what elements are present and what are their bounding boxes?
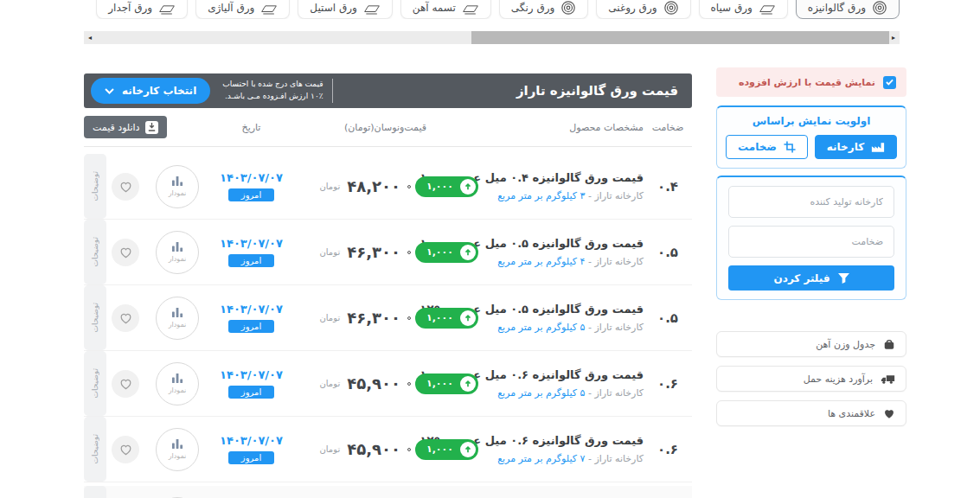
price-cell: ۱,۰۰۰ ۴۶,۳۰۰ تومان [292, 308, 478, 329]
iron-weight-table-link[interactable]: جدول وزن آهن [716, 331, 906, 357]
tab-label: ورق سیاه [711, 2, 753, 14]
arrow-up-circle-icon [460, 179, 476, 195]
display-priority-panel: اولویت نمایش براساس کارخانه ضخامت [716, 105, 906, 169]
tab-label: ورق گالوانیزه [808, 2, 866, 14]
shipping-cost-label: برآورد هزینه حمل [804, 374, 873, 385]
price-date: ۱۴۰۳/۰۷/۰۷ [220, 368, 283, 381]
product-subtitle: کارخانه تاراز - ۵ کیلوگرم بر متر مربع [484, 322, 644, 333]
vat-checkbox[interactable] [883, 76, 896, 89]
vat-toggle-box: نمایش قیمت با ارزش افزوده [716, 67, 906, 97]
coil-icon [560, 0, 576, 16]
thickness-value: ۰.۵ [644, 245, 692, 260]
product-title-link[interactable]: قیمت ورق گالوانیزه ۰.۶ میل عرض ۱۲۵۰ [484, 434, 644, 447]
tab-checkered-sheet[interactable]: ورق آجدار [96, 0, 188, 19]
chart-label: نمودار [169, 452, 187, 460]
subtitle-dash: - [588, 322, 592, 333]
favorite-button[interactable] [112, 370, 139, 398]
thickness-value: ۰.۶ [644, 376, 692, 392]
details-tab[interactable]: توضیحات [84, 486, 106, 498]
select-factory-label: انتخاب کارخانه [122, 85, 196, 97]
price-value: ۴۶,۳۰۰ [347, 243, 400, 261]
favorite-button[interactable] [112, 239, 139, 266]
details-tab[interactable]: توضیحات [84, 351, 106, 416]
product-title-link[interactable]: قیمت ورق گالوانیزه ۰.۴ میل عرض ۱۰۰۰ [484, 171, 644, 184]
currency-label: تومان [319, 313, 340, 322]
tab-oiled-sheet[interactable]: ورق روغنی [596, 0, 690, 19]
details-tab[interactable]: توضیحات [84, 154, 106, 219]
price-cell: ۱,۰۰۰ ۴۶,۳۰۰ تومان [292, 242, 478, 263]
table-row: ۰.۵ قیمت ورق گالوانیزه ۰.۵ میل عرض ۱۲۵۰ … [84, 285, 692, 351]
factory-icon [871, 142, 885, 153]
info-dot-icon [407, 316, 411, 320]
factory-name: کارخانه تاراز [594, 322, 644, 333]
factory-name: کارخانه تاراز [594, 453, 644, 464]
download-prices-button[interactable]: دانلود قیمت [84, 116, 167, 138]
price-change-badge: ۱,۰۰۰ [415, 374, 478, 394]
favorite-button[interactable] [112, 436, 139, 463]
priority-thickness-button[interactable]: ضخامت [726, 135, 808, 159]
subtitle-dash: - [588, 256, 592, 267]
select-factory-button[interactable]: انتخاب کارخانه [91, 78, 210, 104]
table-row: ۰.۶ قیمت ورق گالوانیزه ۰.۶ میل عرض ۱۰۰۰ … [84, 351, 692, 417]
factory-name: کارخانه تاراز [594, 190, 644, 201]
details-tab[interactable]: توضیحات [84, 220, 106, 284]
tab-colored-sheet[interactable]: ورق رنگی [499, 0, 588, 19]
date-cell: ۱۴۰۳/۰۷/۰۷ امروز [210, 368, 292, 399]
product-cell: قیمت ورق گالوانیزه ۰.۴ میل عرض ۱۰۰۰ کارخ… [478, 171, 644, 201]
tab-iron-strip[interactable]: تسمه آهن [400, 0, 491, 19]
heart-outline-icon [119, 246, 132, 259]
tabs-scrollbar[interactable]: ◂ ▸ [84, 31, 900, 44]
favorite-button[interactable] [112, 304, 139, 332]
info-dot-icon [407, 382, 411, 386]
scrollbar-thumb[interactable] [471, 31, 889, 44]
price-date: ۱۴۰۳/۰۷/۰۷ [220, 434, 283, 447]
chart-button[interactable]: نمودار [156, 165, 199, 208]
chart-button[interactable]: نمودار [156, 297, 199, 340]
info-dot-icon [407, 448, 411, 451]
sheet-icon [462, 3, 479, 16]
today-badge: امروز [228, 254, 274, 267]
factory-filter-input[interactable] [728, 186, 894, 218]
chart-button[interactable]: نمودار [156, 428, 199, 471]
favorites-link[interactable]: علاقمندی ها [716, 400, 906, 426]
product-title-link[interactable]: قیمت ورق گالوانیزه ۰.۶ میل عرض ۱۰۰۰ [484, 368, 644, 381]
details-tab[interactable]: توضیحات [84, 285, 106, 350]
table-header-bar: قیمت ورق گالوانیزه تاراز قیمت های درج شد… [84, 73, 692, 108]
tab-alloy-sheet[interactable]: ورق آلیاژی [195, 0, 290, 19]
tab-galvanized-sheet[interactable]: ورق گالوانیزه [796, 0, 900, 19]
subtitle-dash: - [588, 453, 592, 464]
sheet-icon [260, 3, 278, 16]
today-badge: امروز [228, 386, 274, 399]
chart-button[interactable]: نمودار [156, 362, 199, 405]
price-change-badge: ۱,۰۰۰ [415, 439, 478, 460]
favorite-button[interactable] [112, 173, 139, 201]
vat-checkbox-label: نمایش قیمت با ارزش افزوده [739, 77, 875, 88]
heart-outline-icon [119, 444, 132, 456]
price-cell: ۱,۰۰۰ ۴۵,۹۰۰ تومان [292, 439, 478, 460]
tab-steel-sheet[interactable]: ورق استیل [298, 0, 392, 19]
priority-factory-button[interactable]: کارخانه [815, 135, 897, 159]
weight-per-sqm: ۵ کیلوگرم بر متر مربع [497, 387, 585, 399]
product-category-tabs: ورق گالوانیزه ورق سیاه ورق روغنی ورق رنگ… [84, 0, 900, 19]
product-title-link[interactable]: قیمت ورق گالوانیزه ۰.۵ میل عرض ۱۲۵۰ [484, 303, 644, 316]
apply-filter-button[interactable]: فیلتر کردن [728, 265, 894, 290]
weight-per-sqm: ۳ کیلوگرم بر متر مربع [497, 190, 585, 201]
product-subtitle: کارخانه تاراز - ۳ کیلوگرم بر متر مربع [484, 190, 644, 201]
iron-weight-table-label: جدول وزن آهن [816, 339, 875, 350]
vat-note-line2: ۱۰٪ ارزش افـزوده مـی باشـد. [222, 91, 323, 103]
details-tab[interactable]: توضیحات [84, 417, 106, 482]
priority-factory-label: کارخانه [827, 141, 864, 153]
product-title-link[interactable]: قیمت ورق گالوانیزه ۰.۵ میل عرض ۱۰۰۰ [484, 237, 644, 250]
chart-button[interactable]: نمودار [156, 231, 199, 274]
factory-name: کارخانه تاراز [594, 387, 644, 399]
date-cell: ۱۴۰۳/۰۷/۰۷ امروز [210, 171, 292, 201]
tab-black-sheet[interactable]: ورق سیاه [699, 0, 788, 19]
scroll-right-arrow-icon[interactable]: ▸ [887, 31, 900, 44]
chevron-down-icon [105, 88, 114, 94]
sheet-icon [759, 3, 776, 16]
filters-sidebar: نمایش قیمت با ارزش افزوده اولویت نمایش ب… [716, 67, 906, 435]
table-row-partial: توضیحات [84, 486, 692, 498]
shipping-cost-link[interactable]: برآورد هزینه حمل [716, 366, 906, 392]
thickness-filter-input[interactable] [728, 226, 894, 258]
scroll-left-arrow-icon[interactable]: ◂ [84, 31, 96, 44]
